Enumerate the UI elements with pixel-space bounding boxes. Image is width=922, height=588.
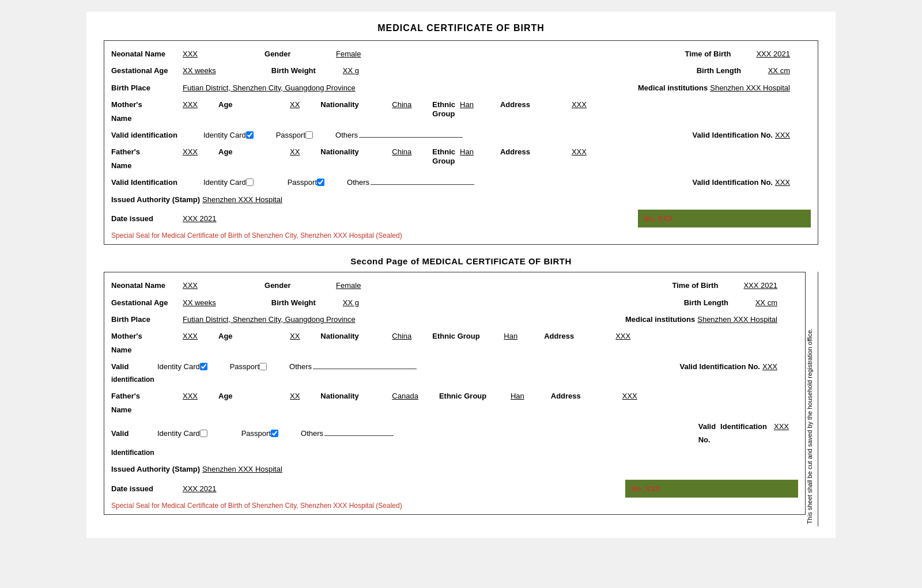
mothers-name-value: XXX: [183, 98, 198, 111]
c2-row-9: Date issued XXX 2021 No. XXX: [111, 478, 798, 499]
father-address-value: XXX: [572, 145, 587, 158]
c2-mother-address-label: Address: [544, 329, 613, 343]
c2-father-others-group: Others: [301, 427, 394, 440]
c2-id-card-label: Identity Card: [157, 360, 200, 373]
c2-father-age-value: XX: [290, 389, 300, 403]
c2-fathers-name-value: XXX: [183, 389, 198, 403]
id-card-checkbox[interactable]: [246, 131, 254, 139]
row-7: Valid Identification Identity Card Passp…: [111, 174, 811, 191]
c2-father-age-group: Age XX: [218, 389, 309, 403]
row-9: Date issued XXX 2021 No. XXX: [111, 208, 811, 229]
gestational-age-label: Gestational Age: [111, 64, 180, 77]
c2-birth-length-label: Birth Length: [684, 296, 753, 309]
father-ethnic-group: Ethnic Group Han: [432, 145, 483, 165]
c2-fathers-label: Father's Name: [111, 389, 180, 416]
c2-mother-address-group: Address XXX: [544, 329, 640, 343]
valid-id-no-group: Valid Identification No. XXX: [693, 128, 799, 142]
father-passport-checkbox-group[interactable]: Passport: [288, 176, 326, 189]
c2-valid2-label: Valid: [111, 427, 157, 440]
father-passport-label: Passport: [288, 176, 317, 189]
certificate-2: Neonatal Name XXX Gender Female Time of …: [104, 272, 806, 515]
c2-passport-checkbox[interactable]: [259, 363, 267, 370]
fathers-name-value: XXX: [183, 145, 198, 158]
row-1: Neonatal Name XXX Gender Female Time of …: [111, 45, 811, 62]
gender-group: Gender Female: [264, 47, 370, 60]
page-wrapper: MEDICAL CERTIFICATE OF BIRTH Neonatal Na…: [86, 12, 836, 538]
c2-passport-checkbox-group[interactable]: Passport: [230, 360, 269, 373]
mother-age-label: Age: [218, 98, 288, 111]
c2-neonatal-name-group: Neonatal Name XXX: [111, 279, 207, 292]
father-valid-id-no-value: XXX: [775, 176, 790, 189]
special-seal-text: Special Seal for Medical Certificate of …: [111, 232, 811, 240]
c2-father-passport-checkbox-group[interactable]: Passport: [241, 427, 280, 440]
father-nationality-label: Nationality: [320, 145, 390, 158]
c2-issued-authority-label: Issued Authority (Stamp): [111, 462, 200, 476]
issued-authority-label: Issued Authority (Stamp): [111, 193, 200, 206]
medical-institutions-label: Medical institutions: [638, 81, 708, 94]
father-valid-id-no-label: Valid Identification No.: [693, 176, 773, 189]
c2-gender-group: Gender Female: [264, 279, 370, 292]
c2-row-8: Issued Authority (Stamp) Shenzhen XXX Ho…: [111, 461, 798, 477]
c2-father-address-value: XXX: [622, 389, 637, 403]
father-ethnic-label: Ethnic Group: [432, 147, 455, 165]
father-id-card-checkbox[interactable]: [246, 179, 254, 186]
c2-valid-id-no-group: Valid Identification No. XXX: [680, 360, 787, 373]
neonatal-name-value: XXX: [183, 47, 198, 60]
c2-father-nationality-label: Nationality: [320, 389, 390, 403]
father-passport-checkbox[interactable]: [317, 179, 324, 186]
c2-id-card-checkbox-group[interactable]: Identity Card: [157, 360, 209, 373]
c2-father-others-blank: [324, 435, 394, 436]
issued-authority-value: Shenzhen XXX Hospital: [202, 193, 282, 206]
no-bar: No. XXX: [638, 210, 811, 227]
c2-father-nationality-value: Canada: [392, 389, 418, 403]
c2-passport-label: Passport: [230, 360, 259, 373]
c2-birth-weight-label: Birth Weight: [271, 296, 341, 309]
father-nationality-value: China: [392, 145, 411, 158]
father-address-label: Address: [500, 145, 569, 158]
mothers-name-group: Mother's Name XXX: [111, 98, 207, 125]
father-ethnic-value: Han: [460, 145, 474, 158]
c2-father-nationality-group: Nationality Canada: [320, 389, 428, 403]
c2-valid-id3-label: Valid: [698, 420, 716, 433]
c2-date-issued-label: Date issued: [111, 482, 180, 495]
passport-checkbox-group[interactable]: Passport: [276, 128, 315, 142]
c2-birth-length-value: XX cm: [755, 296, 777, 309]
c2-medical-institutions-group: Medical institutions Shenzhen XXX Hospit…: [625, 313, 787, 326]
gestational-age-value: XX weeks: [183, 64, 216, 77]
c2-date-issued-group: Date issued XXX 2021: [111, 482, 226, 495]
c2-no3-label: No.: [698, 433, 711, 446]
mother-nationality-value: China: [392, 98, 411, 111]
c2-father-id-card-checkbox[interactable]: [200, 430, 207, 437]
c2-neonatal-name-value: XXX: [183, 279, 198, 292]
c2-row-1: Neonatal Name XXX Gender Female Time of …: [111, 277, 798, 294]
passport-checkbox[interactable]: [305, 131, 313, 139]
c2-neonatal-name-label: Neonatal Name: [111, 279, 180, 292]
fathers-name-group: Father's Name XXX: [111, 145, 207, 172]
side-registration-text: This sheet shall be cut and saved by the…: [806, 272, 818, 526]
c2-father-ethnic-group-label: Ethnic Group: [439, 389, 508, 403]
c2-mother-age-label: Age: [218, 329, 288, 343]
time-of-birth-value: XXX 2021: [756, 47, 790, 60]
row-4: Mother's Name XXX Age XX Nationality Chi…: [111, 96, 811, 127]
row-6: Father's Name XXX Age XX Nationality Chi…: [111, 143, 811, 174]
c2-mothers-name-group: Mother's Name XXX: [111, 329, 207, 356]
others-label: Others: [335, 128, 358, 142]
valid-id2-label: Valid Identification: [111, 176, 203, 189]
birth-place-value: Futian District, Shenzhen City, Guangdon…: [183, 81, 356, 94]
c2-father-passport-checkbox[interactable]: [271, 430, 278, 437]
c2-father-id-card-checkbox-group[interactable]: Identity Card: [157, 427, 209, 440]
c2-father-others-label: Others: [301, 427, 323, 440]
date-issued-label: Date issued: [111, 212, 180, 225]
mother-address-value: XXX: [572, 98, 587, 111]
c2-birth-place-label: Birth Place: [111, 313, 180, 326]
date-issued-group: Date issued XXX 2021: [111, 212, 226, 225]
father-id-card-checkbox-group[interactable]: Identity Card: [203, 176, 255, 189]
c2-birth-length-group: Birth Length XX cm: [684, 296, 787, 309]
father-others-blank: [371, 184, 474, 185]
gestational-age-group: Gestational Age XX weeks: [111, 64, 225, 77]
id-card-checkbox-group[interactable]: Identity Card: [203, 128, 255, 142]
c2-time-of-birth-value: XXX 2021: [743, 279, 777, 292]
c2-identification3-label: Identification: [720, 420, 767, 433]
father-age-value: XX: [290, 145, 300, 158]
c2-id-card-checkbox[interactable]: [200, 363, 207, 370]
